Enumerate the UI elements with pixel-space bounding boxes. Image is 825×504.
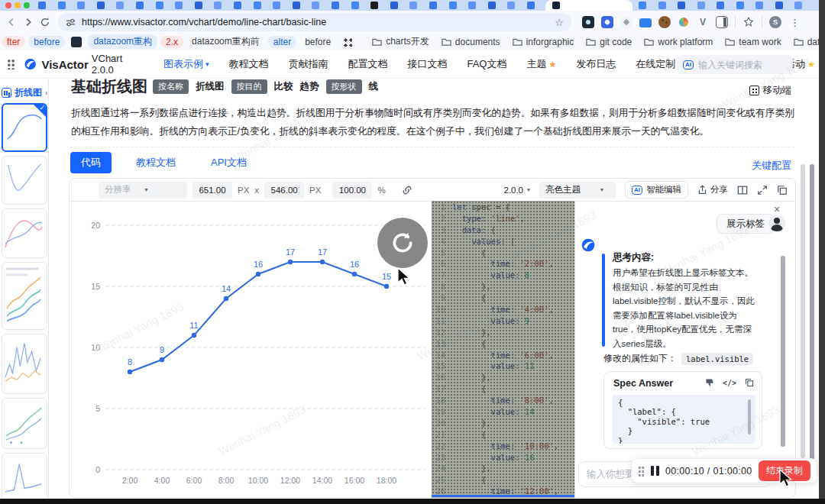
browser-tab[interactable]	[697, 2, 705, 9]
share-button[interactable]: 分享	[697, 184, 728, 195]
sidebar-thumbnail-smooth-line[interactable]	[2, 156, 47, 205]
nav-item[interactable]: 图表示例▾	[163, 57, 209, 71]
ai-edit-button[interactable]: AI 智能编辑	[625, 181, 688, 199]
split-view-icon[interactable]	[737, 185, 748, 195]
active-browser-tab[interactable]	[545, 0, 632, 11]
browser-tab[interactable]	[429, 2, 437, 9]
nav-item[interactable]: 在线定制	[636, 57, 675, 71]
extension-icon[interactable]	[639, 18, 652, 27]
sidebar-category[interactable]: 折线图 ›	[2, 86, 47, 99]
tab-item[interactable]: API文档	[200, 152, 257, 173]
browser-tab[interactable]	[527, 2, 535, 9]
browser-tab[interactable]	[468, 2, 476, 9]
cookie-extension-icon[interactable]	[658, 16, 671, 28]
bookmark-folder[interactable]: work platform	[644, 37, 713, 47]
header-search[interactable]: AI	[677, 55, 793, 74]
brand-name[interactable]: VisActor	[41, 58, 88, 71]
fullscreen-icon[interactable]	[757, 185, 768, 195]
browser-tab[interactable]	[678, 2, 685, 9]
browser-tab[interactable]	[351, 2, 359, 9]
pause-button[interactable]	[651, 466, 659, 476]
nav-item[interactable]: 教程文档	[228, 57, 268, 71]
browser-tab[interactable]	[254, 2, 261, 9]
scrollbar[interactable]	[801, 164, 805, 458]
browser-tab[interactable]	[77, 2, 85, 9]
browser-tab[interactable]	[312, 2, 319, 9]
traffic-light-minimize[interactable]	[15, 2, 21, 8]
browser-tab[interactable]	[390, 2, 398, 9]
browser-tab[interactable]	[755, 2, 763, 9]
visactor-logo[interactable]	[24, 57, 37, 72]
browser-tab[interactable]	[136, 2, 144, 9]
browser-tab[interactable]	[175, 2, 183, 9]
sidebar-thumbnail-spiky-line[interactable]	[2, 334, 47, 394]
bookmark-item[interactable]: datazoom重构前	[186, 34, 265, 49]
view-code-icon[interactable]: </>	[723, 379, 736, 387]
bookmark-favicon[interactable]	[71, 37, 82, 47]
resolution-select[interactable]: 分辨率▾	[99, 182, 187, 199]
browser-tab[interactable]	[293, 2, 300, 9]
traffic-light-close[interactable]	[5, 2, 11, 8]
refresh-overlay-icon[interactable]	[377, 218, 428, 268]
browser-tab[interactable]	[794, 2, 802, 9]
close-icon[interactable]: ×	[774, 203, 780, 215]
profile-avatar[interactable]: S	[769, 16, 781, 28]
nav-item[interactable]: 贡献指南	[288, 57, 328, 71]
bookmark-item[interactable]: alter	[268, 36, 296, 48]
side-panel-icon[interactable]	[716, 16, 728, 28]
version-select[interactable]: 2.0.0▾	[503, 186, 530, 195]
bookmark-folder[interactable]: documents	[442, 37, 500, 47]
browser-tab[interactable]	[488, 2, 496, 9]
drag-handle-icon[interactable]	[638, 466, 645, 477]
browser-tab[interactable]	[273, 2, 280, 9]
zoom-input[interactable]: 100.00	[332, 182, 372, 199]
sidebar-thumbnail-basic-line[interactable]: ✓	[2, 103, 47, 152]
tab-active[interactable]: 代码	[70, 152, 112, 173]
bookmark-item[interactable]: datazoom重构	[88, 34, 157, 49]
bookmark-item[interactable]: before	[28, 36, 65, 48]
width-input[interactable]: 651.00	[192, 182, 232, 199]
browser-tab[interactable]	[658, 2, 666, 9]
browser-tab[interactable]	[214, 2, 222, 9]
site-settings-icon[interactable]	[66, 18, 76, 27]
extension-icon[interactable]	[582, 16, 594, 28]
bookmark-item[interactable]: 2.x	[160, 36, 183, 48]
apps-grid-icon[interactable]	[7, 59, 16, 69]
extension-icon[interactable]: V	[697, 16, 709, 28]
scrollbar[interactable]	[810, 164, 814, 470]
mobile-entry[interactable]: 移动端	[749, 84, 792, 97]
sidebar-thumbnail-spike-line[interactable]	[2, 453, 47, 502]
nav-item[interactable]: 接口文档	[407, 57, 447, 71]
browser-tab[interactable]	[195, 2, 202, 9]
copy-icon[interactable]	[777, 185, 788, 195]
browser-tab[interactable]	[717, 2, 724, 9]
forward-icon[interactable]	[20, 14, 37, 31]
nav-item[interactable]: 配置文档	[348, 57, 387, 71]
browser-tab[interactable]	[409, 2, 417, 9]
browser-tab[interactable]	[736, 2, 744, 9]
sidebar-thumbnail-multi-series-line[interactable]	[2, 262, 47, 330]
tab-item[interactable]: 教程文档	[125, 152, 186, 173]
browser-tab[interactable]	[156, 2, 163, 9]
sidebar-thumbnail-trend-lines[interactable]	[2, 398, 47, 449]
code-scrollbar[interactable]	[748, 399, 751, 435]
copy-icon[interactable]	[745, 378, 754, 387]
browser-tab[interactable]	[639, 2, 646, 9]
product-version[interactable]: VChart 2.0.0	[92, 53, 140, 76]
bookmark-item[interactable]: fter	[2, 36, 25, 48]
ai-panel-scrollbar[interactable]	[781, 256, 785, 447]
aspect-link-icon[interactable]	[402, 185, 412, 195]
nav-item[interactable]: 主题★	[526, 57, 556, 71]
browser-tab[interactable]	[234, 2, 241, 9]
bookmark-folder[interactable]: team work	[725, 37, 781, 47]
address-bar[interactable]: https://www.visactor.com/vchart/demo/lin…	[58, 13, 571, 31]
thumbs-down-icon[interactable]	[705, 378, 714, 387]
browser-tab[interactable]	[507, 2, 515, 9]
extensions-menu-icon[interactable]	[742, 16, 755, 28]
browser-menu-icon[interactable]: ⋮	[790, 17, 800, 28]
extension-icon[interactable]	[678, 16, 690, 28]
traffic-light-zoom[interactable]	[24, 2, 30, 8]
back-icon[interactable]	[3, 14, 20, 31]
browser-tab[interactable]	[370, 2, 378, 9]
browser-tab[interactable]	[116, 2, 124, 9]
